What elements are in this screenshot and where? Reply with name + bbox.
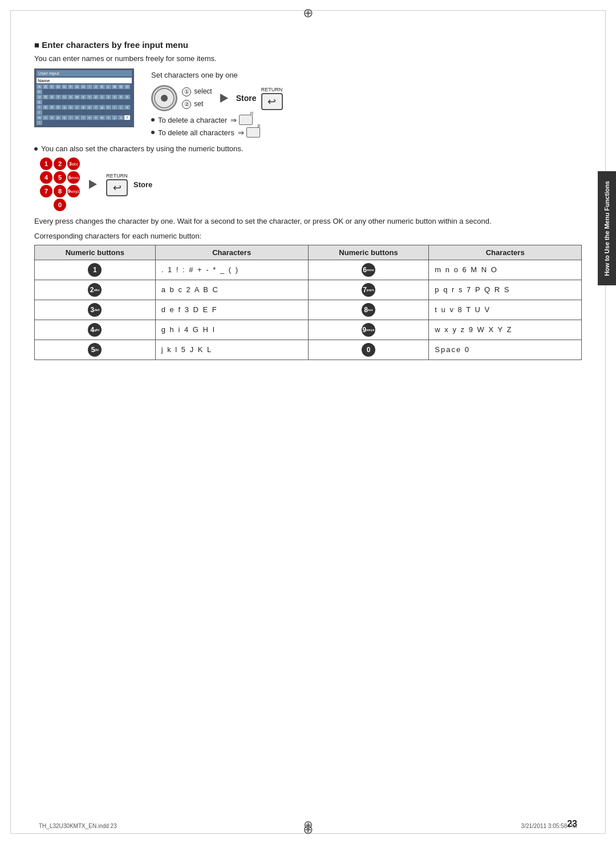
delete-all-text: To delete all characters [158, 128, 234, 137]
num-btn-5[interactable]: 5 [54, 171, 66, 184]
every-press-text: Every press changes the character by one… [34, 216, 582, 227]
also-text: You can also set the characters by using… [41, 144, 243, 153]
table-row: 3def [35, 300, 156, 320]
side-tab: How to Use the Menu Functions [598, 171, 616, 285]
table-chars-1: g h i 4 G H I [155, 320, 308, 340]
step1-label: select [194, 87, 212, 95]
col-header-numeric-2: Numeric buttons [308, 245, 429, 260]
table-chars-1: . 1 ! : # + - * _ ( ) [155, 260, 308, 280]
steps-labels: ① select ② set [182, 86, 212, 110]
col-header-chars-2: Characters [429, 245, 582, 260]
compass-nav-icon [151, 85, 177, 111]
table-row: 4ghi [35, 320, 156, 340]
corresponding-text: Corresponding characters for each numeri… [34, 232, 582, 240]
numpad-area: 1 2 3abc 4 5 6mno 7 8 9wxyz 0 RETURN ↩ S… [40, 158, 582, 211]
table-chars-2: Space 0 [429, 340, 582, 360]
table-chars-1: a b c 2 A B C [155, 280, 308, 300]
table-row: 2abc [35, 280, 156, 300]
col-header-chars-1: Characters [155, 245, 308, 260]
also-line: You can also set the characters by using… [34, 144, 582, 153]
table-chars-2: w x y z 9 W X Y Z [429, 320, 582, 340]
return-label: RETURN [261, 87, 283, 92]
store-area: Store [236, 93, 257, 103]
table-btn-2: 8tuv [308, 300, 429, 320]
num-btn-3[interactable]: 3abc [67, 158, 80, 170]
step1-number: ① [182, 87, 191, 96]
table-btn-2: 0 [308, 340, 429, 360]
side-tab-label: How to Use the Menu Functions [603, 181, 610, 276]
num-btn-0[interactable]: 0 [54, 199, 66, 211]
bullet-dot-1 [151, 118, 155, 122]
store-label: Store [236, 94, 257, 103]
num-btn-9[interactable]: 9wxyz [67, 185, 80, 197]
set-chars-label: Set characters one by one [151, 71, 283, 79]
step2-number: ② [182, 100, 191, 109]
section-heading: Enter characters by free input menu [34, 40, 582, 50]
num-btn-8[interactable]: 8 [54, 185, 66, 197]
store-label-2: Store [133, 180, 152, 189]
table-btn-2: 9wxyz [308, 320, 429, 340]
return-area: RETURN ↩ [261, 87, 283, 110]
table-chars-1: d e f 3 D E F [155, 300, 308, 320]
arrow-right-icon [220, 94, 228, 103]
table-btn-2: 6mno [308, 260, 429, 280]
screen-title-bar: User input [37, 70, 132, 76]
delete-char-text: To delete a character [158, 116, 227, 124]
num-btn-1[interactable]: 1 [40, 158, 52, 170]
table-chars-2: p q r s 7 P Q R S [429, 280, 582, 300]
delete-all-line: To delete all characters ⇒ [151, 127, 283, 138]
step2-label: set [194, 100, 203, 108]
instructions-right: Set characters one by one ① select ② set [151, 68, 283, 140]
num-btn-7[interactable]: 7 [40, 185, 52, 197]
return-label-2: RETURN [106, 173, 128, 179]
table-chars-1: j k l 5 J K L [155, 340, 308, 360]
table-btn-2: 7pqrs [308, 280, 429, 300]
intro-text: You can enter names or numbers freely fo… [34, 54, 582, 63]
delete-char-line: To delete a character ⇒ [151, 115, 283, 125]
screen-name-bar: Name [37, 78, 132, 83]
delete-char-icon [239, 115, 253, 125]
return-button[interactable]: ↩ [261, 93, 283, 110]
num-btn-4[interactable]: 4 [40, 171, 52, 184]
delete-all-icon [246, 127, 260, 138]
num-btn-6[interactable]: 6mno [67, 171, 80, 184]
user-input-screen: User input Name ABCDEFGHIJKLMNOP QRSTUVW… [34, 68, 134, 127]
table-chars-2: t u v 8 T U V [429, 300, 582, 320]
bullet-dot-3 [34, 147, 38, 151]
bullet-dot-2 [151, 131, 155, 134]
footer-left: TH_L32U30KMTX_EN.indd 23 [39, 823, 117, 829]
footer-right: 3/21/2011 3:05:58 PM [521, 823, 577, 829]
arrow-right-2-icon [89, 180, 97, 189]
main-content: Enter characters by free input menu You … [34, 23, 582, 810]
num-btn-2[interactable]: 2 [54, 158, 66, 170]
table-row: 1 [35, 260, 156, 280]
character-table: Numeric buttons Characters Numeric butto… [34, 245, 582, 360]
bottom-compass-icon: ⊕ [303, 822, 313, 837]
return-area-2: RETURN ↩ [106, 173, 128, 196]
col-header-numeric-1: Numeric buttons [35, 245, 156, 260]
return-button-2[interactable]: ↩ [106, 179, 128, 196]
numpad-grid: 1 2 3abc 4 5 6mno 7 8 9wxyz 0 [40, 158, 80, 211]
top-compass-icon: ⊕ [303, 6, 313, 21]
table-chars-2: m n o 6 M N O [429, 260, 582, 280]
table-row: 5jkl [35, 340, 156, 360]
